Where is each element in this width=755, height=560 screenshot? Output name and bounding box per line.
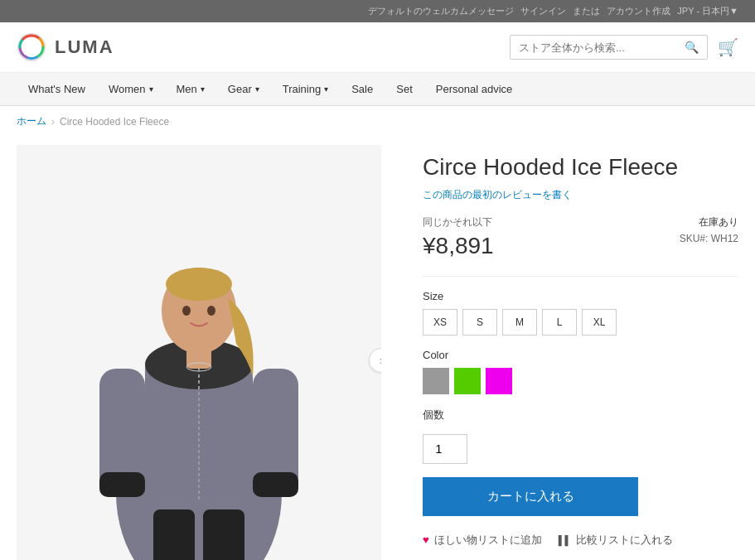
compare-button[interactable]: ▌▌ 比較リストに入れる <box>559 533 674 548</box>
product-images: › <box>17 145 398 560</box>
heart-icon: ♥ <box>423 533 429 546</box>
color-swatch-pink[interactable] <box>486 368 512 394</box>
svg-rect-7 <box>99 472 145 497</box>
product-image-svg <box>17 145 381 560</box>
svg-rect-8 <box>253 472 298 497</box>
price-label: 同じかそれ以下 <box>423 215 494 229</box>
welcome-message: デフォルトのウェルカムメッセージ <box>368 5 514 17</box>
compare-label: 比較リストに入れる <box>576 533 673 548</box>
svg-point-15 <box>182 306 191 316</box>
search-input[interactable] <box>511 36 676 59</box>
logo[interactable]: LUMA <box>17 32 114 62</box>
stock-status: 在庫あり <box>680 215 738 229</box>
sku-label: SKU#: <box>680 233 709 244</box>
search-wrapper: 🔍 <box>510 35 708 60</box>
top-bar: デフォルトのウェルカムメッセージ サインイン または アカウント作成 JPY -… <box>0 0 755 22</box>
svg-point-0 <box>18 34 45 60</box>
svg-point-14 <box>166 268 232 301</box>
color-options <box>423 368 738 394</box>
size-l[interactable]: L <box>542 309 577 336</box>
breadcrumb-current: Circe Hooded Ice Fleece <box>60 116 169 128</box>
currency-selector[interactable]: JPY - 日本円▼ <box>677 5 738 17</box>
sku-value: WH12 <box>711 233 738 244</box>
header: LUMA 🔍 🛒 <box>0 22 755 73</box>
breadcrumb-home[interactable]: ホーム <box>17 114 46 128</box>
product-title: Circe Hooded Ice Fleece <box>423 153 738 181</box>
size-label: Size <box>423 290 738 302</box>
size-xs[interactable]: XS <box>423 309 457 336</box>
nav-whats-new[interactable]: What's New <box>17 73 97 105</box>
color-swatch-green[interactable] <box>454 368 481 394</box>
nav-sale[interactable]: Sale <box>340 73 385 105</box>
logo-icon <box>17 32 46 62</box>
color-section: Color <box>423 349 738 394</box>
wishlist-label: ほしい物リストに追加 <box>434 533 542 548</box>
logo-text: LUMA <box>55 36 114 58</box>
size-options: XS S M L XL <box>423 309 738 336</box>
secondary-actions: ♥ ほしい物リストに追加 ▌▌ 比較リストに入れる <box>423 533 738 548</box>
chevron-down-icon: ▾ <box>149 84 153 94</box>
quantity-input[interactable] <box>423 434 467 464</box>
price-block: 同じかそれ以下 ¥8,891 <box>423 215 494 259</box>
nav-personal-advice[interactable]: Personal advice <box>424 73 525 105</box>
stock-info: 在庫あり SKU#: WH12 <box>680 215 738 244</box>
price-section: 同じかそれ以下 ¥8,891 在庫あり SKU#: WH12 <box>423 215 738 259</box>
color-swatch-gray[interactable] <box>423 368 449 394</box>
header-right: 🔍 🛒 <box>510 35 738 60</box>
wishlist-button[interactable]: ♥ ほしい物リストに追加 <box>423 533 542 548</box>
breadcrumb-separator: › <box>51 116 55 128</box>
search-button[interactable]: 🔍 <box>676 36 707 59</box>
nav-men[interactable]: Men ▾ <box>165 73 216 105</box>
compare-icon: ▌▌ <box>559 535 572 545</box>
chevron-down-icon: ▾ <box>201 84 205 94</box>
add-to-cart-button[interactable]: カートに入れる <box>423 477 638 516</box>
nav-set[interactable]: Set <box>385 73 424 105</box>
size-section: Size XS S M L XL <box>423 290 738 336</box>
divider <box>423 276 738 277</box>
nav-gear[interactable]: Gear ▾ <box>216 73 271 105</box>
chevron-down-icon: ▾ <box>255 84 259 94</box>
breadcrumb: ホーム › Circe Hooded Ice Fleece <box>0 106 755 137</box>
main-product-image: › <box>17 145 381 560</box>
or-text: または <box>573 5 600 17</box>
main-nav: What's New Women ▾ Men ▾ Gear ▾ Training… <box>0 73 755 106</box>
signin-link[interactable]: サインイン <box>520 5 566 17</box>
review-link[interactable]: この商品の最初のレビューを書く <box>423 188 738 202</box>
qty-label: 個数 <box>423 408 738 422</box>
chevron-down-icon: ▾ <box>324 84 328 94</box>
sku: SKU#: WH12 <box>680 233 738 244</box>
size-xl[interactable]: XL <box>582 309 617 336</box>
cart-icon[interactable]: 🛒 <box>718 37 738 57</box>
color-label: Color <box>423 349 738 361</box>
nav-training[interactable]: Training ▾ <box>271 73 340 105</box>
price-value: ¥8,891 <box>423 233 494 259</box>
create-account-link[interactable]: アカウント作成 <box>607 5 670 17</box>
nav-women[interactable]: Women ▾ <box>97 73 165 105</box>
svg-rect-10 <box>203 509 244 560</box>
size-m[interactable]: M <box>502 309 537 336</box>
quantity-section: 個数 <box>423 408 738 464</box>
product-info: Circe Hooded Ice Fleece この商品の最初のレビューを書く … <box>423 145 738 560</box>
svg-point-16 <box>207 306 215 316</box>
product-area: › Circe Hooded Ice Fleece この商品の最初のレビュ <box>0 137 755 560</box>
svg-rect-9 <box>153 509 195 560</box>
size-s[interactable]: S <box>462 309 497 336</box>
